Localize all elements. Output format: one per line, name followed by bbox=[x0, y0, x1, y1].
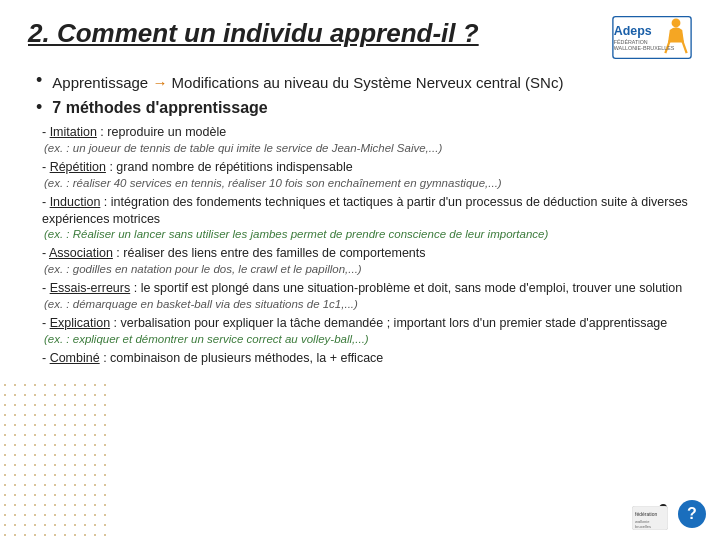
association-dash: - bbox=[42, 246, 49, 260]
method-essais-label: - Essais-erreurs : le sportif est plongé… bbox=[42, 280, 692, 297]
induction-dash: - bbox=[42, 195, 50, 209]
essais-keyword: Essais-erreurs bbox=[50, 281, 131, 295]
association-example: (ex. : godilles en natation pour le dos,… bbox=[44, 262, 692, 277]
essais-dash: - bbox=[42, 281, 50, 295]
explication-keyword: Explication bbox=[50, 316, 110, 330]
slide-container: 2. Comment un individu apprend-il ? Adep… bbox=[0, 0, 720, 540]
explication-example: (ex. : expliquer et démontrer un service… bbox=[44, 332, 692, 347]
association-rest: : réaliser des liens entre des familles … bbox=[113, 246, 426, 260]
svg-point-0 bbox=[672, 18, 681, 27]
combine-dash: - bbox=[42, 351, 50, 365]
bullet-2: • 7 méthodes d'apprentissage bbox=[36, 99, 692, 118]
method-imitation: - Imitation : reproduire un modèle (ex. … bbox=[42, 124, 692, 156]
method-repetition-label: - Répétition : grand nombre de répétitio… bbox=[42, 159, 692, 176]
combine-rest: : combinaison de plusieurs méthodes, la … bbox=[100, 351, 384, 365]
svg-text:Adeps: Adeps bbox=[614, 24, 652, 38]
slide-title: 2. Comment un individu apprend-il ? bbox=[28, 18, 479, 49]
bullet-dot-1: • bbox=[36, 70, 42, 91]
combine-keyword: Combiné bbox=[50, 351, 100, 365]
svg-text:WALLONIE-BRUXELLES: WALLONIE-BRUXELLES bbox=[614, 45, 675, 51]
essais-example: (ex. : démarquage en basket-ball via des… bbox=[44, 297, 692, 312]
method-induction: - Induction : intégration des fondements… bbox=[42, 194, 692, 243]
method-combine: - Combiné : combinaison de plusieurs mét… bbox=[42, 350, 692, 367]
essais-rest: : le sportif est plongé dans une situati… bbox=[130, 281, 682, 295]
induction-rest: : intégration des fondements techniques … bbox=[42, 195, 688, 226]
repetition-keyword: Répétition bbox=[50, 160, 106, 174]
imitation-rest: : reproduire un modèle bbox=[97, 125, 226, 139]
methodes-title: 7 méthodes d'apprentissage bbox=[52, 99, 267, 117]
imitation-keyword: Imitation bbox=[50, 125, 97, 139]
method-repetition: - Répétition : grand nombre de répétitio… bbox=[42, 159, 692, 191]
method-induction-label: - Induction : intégration des fondements… bbox=[42, 194, 692, 228]
method-explication-label: - Explication : verbalisation pour expli… bbox=[42, 315, 692, 332]
association-keyword: Association bbox=[49, 246, 113, 260]
method-association-label: - Association : réaliser des liens entre… bbox=[42, 245, 692, 262]
explication-rest: : verbalisation pour expliquer la tâche … bbox=[110, 316, 667, 330]
methods-list: - Imitation : reproduire un modèle (ex. … bbox=[42, 124, 692, 367]
imitation-dash: - bbox=[42, 125, 50, 139]
explication-dash: - bbox=[42, 316, 50, 330]
bottom-logos: fédération wallonie bruxelles bbox=[632, 506, 668, 530]
repetition-dash: - bbox=[42, 160, 50, 174]
svg-text:FÉDÉRATION: FÉDÉRATION bbox=[614, 39, 648, 45]
svg-text:bruxelles: bruxelles bbox=[635, 524, 651, 529]
logo-area: Adeps FÉDÉRATION WALLONIE-BRUXELLES bbox=[612, 14, 692, 62]
bullet-1: • Apprentissage → Modifications au nivea… bbox=[36, 72, 692, 93]
imitation-example: (ex. : un joueur de tennis de table qui … bbox=[44, 141, 692, 156]
bullet-dot-2: • bbox=[36, 97, 42, 118]
induction-keyword: Induction bbox=[50, 195, 101, 209]
repetition-rest: : grand nombre de répétitions indispensa… bbox=[106, 160, 353, 174]
method-explication: - Explication : verbalisation pour expli… bbox=[42, 315, 692, 347]
method-combine-label: - Combiné : combinaison de plusieurs mét… bbox=[42, 350, 692, 367]
help-button[interactable]: ? bbox=[678, 500, 706, 528]
decorative-dots bbox=[0, 380, 110, 540]
method-essais-erreurs: - Essais-erreurs : le sportif est plongé… bbox=[42, 280, 692, 312]
bullet-1-text: Apprentissage → Modifications au niveau … bbox=[52, 72, 563, 93]
method-association: - Association : réaliser des liens entre… bbox=[42, 245, 692, 277]
repetition-example: (ex. : réaliser 40 services en tennis, r… bbox=[44, 176, 692, 191]
bullet-2-section: • 7 méthodes d'apprentissage bbox=[28, 99, 692, 118]
federation-logo: fédération wallonie bruxelles bbox=[632, 506, 668, 530]
induction-example: (ex. : Réaliser un lancer sans utiliser … bbox=[44, 227, 692, 242]
svg-text:fédération: fédération bbox=[635, 511, 657, 517]
slide-header: 2. Comment un individu apprend-il ? Adep… bbox=[28, 18, 692, 62]
adeps-logo: Adeps FÉDÉRATION WALLONIE-BRUXELLES bbox=[612, 14, 692, 62]
bullet-1-section: • Apprentissage → Modifications au nivea… bbox=[28, 72, 692, 93]
method-imitation-label: - Imitation : reproduire un modèle bbox=[42, 124, 692, 141]
